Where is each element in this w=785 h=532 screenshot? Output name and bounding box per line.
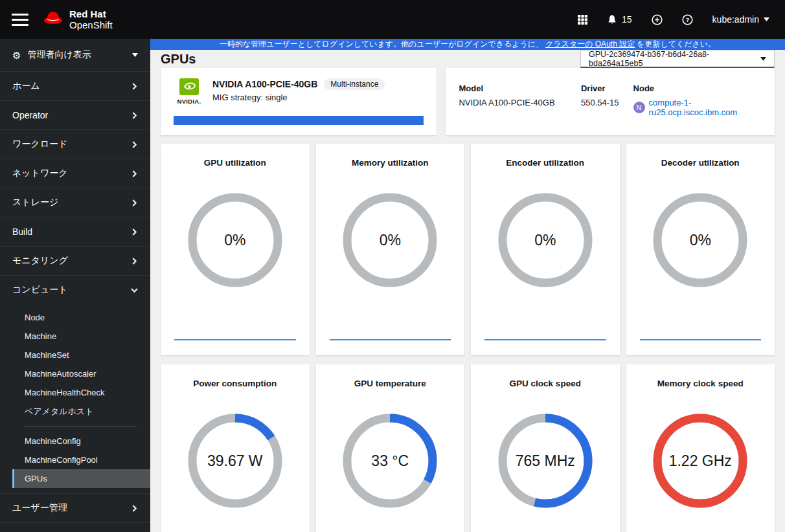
temp-admin-banner: 一時的な管理ユーザーとしてログインしています。他のユーザーがログインできるように… — [150, 39, 785, 50]
sidebar-item-home[interactable]: ホーム — [0, 71, 150, 100]
sidebar-item-machineautoscaler[interactable]: MachineAutoscaler — [12, 364, 150, 383]
help-question-circle-icon[interactable]: ? — [682, 14, 693, 25]
node-label: Node — [633, 83, 762, 93]
user-menu[interactable]: kube:admin — [712, 14, 769, 25]
chevron-right-icon — [131, 228, 138, 236]
sparkline — [330, 339, 451, 340]
multi-instance-badge: Multi-instance — [324, 78, 385, 90]
node-resource-icon: N — [633, 102, 645, 113]
page-title: GPUs — [161, 52, 196, 67]
sidebar-item-baremetal-hosts[interactable]: ベアメタルホスト — [12, 402, 150, 421]
menu-toggle-icon[interactable] — [12, 10, 28, 29]
gauge-card-gpu-temperature: GPU temperature 33 °C — [316, 364, 465, 532]
gauge-card-decoder-utilization: Decoder utilization 0% — [626, 144, 775, 355]
donut-gauge: 0% — [650, 190, 751, 291]
donut-gauge: 765 MHz — [495, 410, 596, 511]
gauge-card-memory-clock-speed: Memory clock speed 1.22 GHz — [626, 364, 775, 532]
gpu-name: NVIDIA A100-PCIE-40GB — [212, 79, 317, 89]
perspective-switcher[interactable]: ⚙ 管理者向け表示 — [0, 39, 150, 71]
notifications-bell-icon[interactable]: 15 — [607, 14, 632, 25]
caret-down-icon — [132, 53, 138, 57]
redhat-hat-icon — [43, 10, 63, 29]
sub-list-divider — [24, 426, 137, 427]
chevron-right-icon — [131, 199, 138, 206]
gauge-card-power-consumption: Power consumption 39.67 W — [161, 364, 310, 532]
sidebar-item-machineconfig[interactable]: MachineConfig — [12, 432, 150, 450]
sidebar-item-storage[interactable]: ストレージ — [0, 188, 150, 217]
gauge-card-gpu-clock-speed: GPU clock speed 765 MHz — [471, 364, 620, 532]
brand-logo[interactable]: Red Hat OpenShift — [43, 8, 113, 31]
sidebar-item-machineconfigpool[interactable]: MachineConfigPool — [12, 450, 150, 469]
gpu-overview-card: NVIDIA. NVIDIA A100-PCIE-40GB Multi-inst… — [161, 68, 437, 135]
donut-gauge: 0% — [185, 190, 286, 291]
gauge-grid: GPU utilization 0% Memory utilization — [150, 135, 785, 532]
app-launcher-icon[interactable] — [578, 15, 587, 25]
svg-text:?: ? — [685, 17, 689, 23]
caret-down-icon — [764, 17, 769, 21]
nvidia-logo-icon: NVIDIA. — [174, 78, 205, 105]
chevron-right-icon — [131, 258, 138, 265]
sparkline — [640, 339, 762, 340]
driver-label: Driver — [581, 83, 633, 93]
chevron-right-icon — [131, 170, 138, 177]
sidebar-item-networking[interactable]: ネットワーク — [0, 159, 150, 188]
sidebar-divider — [0, 522, 150, 532]
gpu-selector-dropdown[interactable]: GPU-2c369474-b367-b6d4-26a8-bda264a15eb5 — [580, 50, 775, 68]
model-value: NVIDIA A100-PCIE-40GB — [459, 98, 581, 107]
sidebar-item-node[interactable]: Node — [12, 308, 150, 327]
sidebar-nav: ⚙ 管理者向け表示 ホーム Operator ワークロード ネットワーク ストレ… — [0, 39, 150, 532]
sidebar-item-compute[interactable]: コンピュート — [0, 275, 150, 304]
gpu-details-card: Model NVIDIA A100-PCIE-40GB Driver 550.5… — [446, 68, 775, 135]
sidebar-item-machine[interactable]: Machine — [12, 327, 150, 346]
donut-gauge: 0% — [495, 190, 596, 291]
sparkline — [174, 339, 296, 340]
sparkline — [484, 339, 606, 340]
compute-sub-list: Node Machine MachineSet MachineAutoscale… — [0, 304, 150, 493]
sidebar-item-gpus[interactable]: GPUs — [12, 469, 150, 488]
cogs-icon: ⚙ — [12, 50, 21, 60]
brand-text: Red Hat OpenShift — [69, 8, 113, 31]
caret-down-icon — [760, 57, 766, 61]
donut-gauge: 33 °C — [339, 410, 440, 511]
chevron-down-icon — [131, 287, 138, 294]
node-link[interactable]: compute-1-ru25.ocp.iscoc.ibm.com — [649, 98, 762, 117]
sidebar-item-machineset[interactable]: MachineSet — [12, 346, 150, 364]
add-plus-circle-icon[interactable] — [652, 14, 663, 25]
driver-value: 550.54-15 — [581, 98, 633, 107]
chevron-right-icon — [131, 112, 138, 119]
sidebar-item-user-management[interactable]: ユーザー管理 — [0, 493, 150, 522]
gauge-card-memory-utilization: Memory utilization 0% — [316, 144, 465, 355]
gpu-progress-bar — [174, 116, 424, 125]
sidebar-item-workloads[interactable]: ワークロード — [0, 129, 150, 159]
donut-gauge: 1.22 GHz — [650, 410, 751, 511]
sidebar-item-operator[interactable]: Operator — [0, 100, 150, 129]
sidebar-item-build[interactable]: Build — [0, 217, 150, 246]
chevron-right-icon — [131, 141, 138, 148]
sidebar-item-monitoring[interactable]: モニタリング — [0, 246, 150, 275]
model-label: Model — [459, 83, 581, 93]
sidebar-item-machinehealthcheck[interactable]: MachineHealthCheck — [12, 383, 150, 402]
notification-count: 15 — [622, 14, 632, 25]
donut-gauge: 0% — [339, 190, 440, 291]
gauge-card-gpu-utilization: GPU utilization 0% — [161, 144, 310, 355]
chevron-right-icon — [131, 83, 138, 90]
gauge-card-encoder-utilization: Encoder utilization 0% — [471, 144, 620, 355]
masthead: Red Hat OpenShift 15 — [0, 0, 785, 39]
donut-gauge: 39.67 W — [185, 410, 286, 511]
mig-strategy: MIG strategy: single — [212, 93, 385, 102]
chevron-right-icon — [131, 505, 138, 512]
main-content: 一時的な管理ユーザーとしてログインしています。他のユーザーがログインできるように… — [150, 39, 785, 532]
oauth-config-link[interactable]: クラスターの OAuth 設定 — [545, 39, 635, 50]
perspective-label: 管理者向け表示 — [27, 49, 91, 61]
